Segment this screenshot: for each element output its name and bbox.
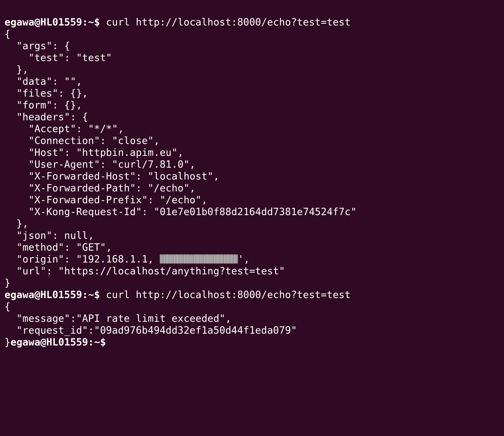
output-line: "X-Forwarded-Prefix": "/echo", xyxy=(5,194,207,206)
command-line: curl http://localhost:8000/echo?test=tes… xyxy=(106,16,351,28)
shell-prompt: egawa@HL01559:~$ xyxy=(5,289,106,300)
output-line: "User-Agent": "curl/7.81.0", xyxy=(5,159,196,170)
output-line: "test": "test" xyxy=(5,52,112,63)
shell-prompt: egawa@HL01559:~$ xyxy=(11,336,106,348)
output-line: "args": { xyxy=(5,40,70,51)
output-line-origin: "origin": "192.168.1.1, ', xyxy=(5,253,250,265)
output-line: "X-Kong-Request-Id": "01e7e01b0f88d2164d… xyxy=(5,206,357,217)
output-line: "form": {}, xyxy=(5,99,82,111)
output-line: "headers": { xyxy=(5,111,88,123)
output-line: "Connection": "close", xyxy=(5,135,160,146)
output-line: }, xyxy=(5,218,28,229)
output-line: }egawa@HL01559:~$ xyxy=(5,336,106,348)
terminal[interactable]: egawa@HL01559:~$ curl http://localhost:8… xyxy=(0,0,504,348)
output-line: "Accept": "*/*", xyxy=(5,123,124,134)
output-line: "url": "https://localhost/anything?test=… xyxy=(5,265,285,277)
output-line: "files": {}, xyxy=(5,88,88,99)
output-line: "message":"API rate limit exceeded", xyxy=(5,313,231,324)
output-line: "request_id":"09ad976b494dd32ef1a50d44f1… xyxy=(5,325,297,336)
output-line: { xyxy=(5,28,11,40)
output-line: "Host": "httpbin.apim.eu", xyxy=(5,147,183,158)
output-line: "data": "", xyxy=(5,76,82,87)
output-line: { xyxy=(5,301,11,312)
output-line: "method": "GET", xyxy=(5,242,112,253)
command-line: curl http://localhost:8000/echo?test=tes… xyxy=(106,289,351,300)
output-line: }, xyxy=(5,64,28,75)
output-line: } xyxy=(5,277,11,288)
origin-suffix: ', xyxy=(238,253,250,265)
origin-prefix: "origin": "192.168.1.1, xyxy=(5,253,160,265)
output-line: "X-Forwarded-Path": "/echo", xyxy=(5,182,196,194)
closing-brace: } xyxy=(5,336,11,348)
output-line: "json": null, xyxy=(5,230,94,241)
redacted-ip xyxy=(160,254,238,264)
shell-prompt: egawa@HL01559:~$ xyxy=(5,16,106,28)
output-line: "X-Forwarded-Host": "localhost", xyxy=(5,170,219,182)
